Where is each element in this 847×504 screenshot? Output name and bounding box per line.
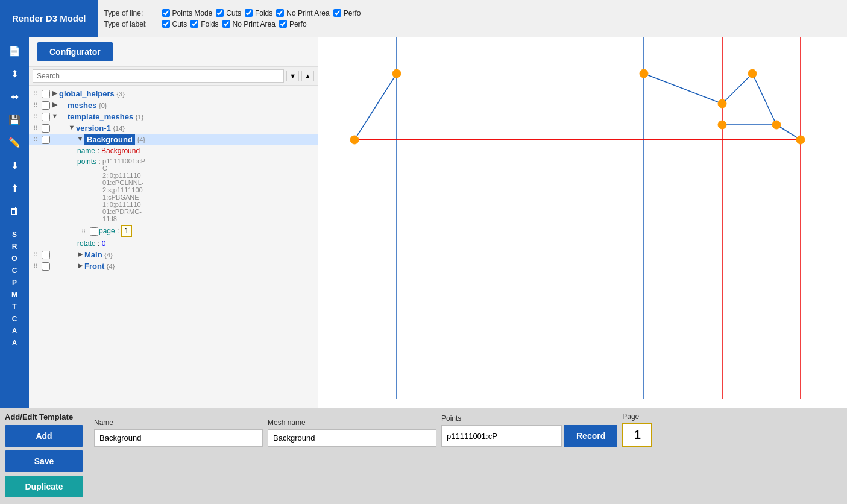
- item-checkbox[interactable]: [41, 124, 51, 133]
- type-of-label-row: Type of label: Cuts Folds No Print Area …: [104, 20, 361, 28]
- duplicate-button[interactable]: Duplicate: [5, 476, 83, 497]
- svg-point-15: [718, 99, 726, 108]
- perfo-line-label: Perfo: [344, 9, 361, 17]
- expand-icon[interactable]: ▶: [51, 101, 59, 109]
- list-item[interactable]: ⠿ ▶ Main {4}: [29, 249, 318, 260]
- perfo-line-group: Perfo: [333, 9, 361, 17]
- svg-point-14: [350, 136, 359, 144]
- expand-icon[interactable]: ▶: [76, 262, 84, 269]
- mesh-name-field-label: Mesh name: [268, 418, 436, 427]
- no-print-area-label-label: No Print Area: [233, 20, 276, 28]
- side-letter-a[interactable]: A: [11, 326, 19, 336]
- prop-value: p11111001:cPC-2:l0;p11111001:cPGLNNL-2:s…: [102, 157, 145, 222]
- cuts-label-label: Cuts: [172, 20, 187, 28]
- list-item[interactable]: ⠿ ▼ version-1 {14}: [29, 122, 318, 134]
- prop-rotate-row: rotate : 0: [29, 238, 318, 249]
- side-letters: S R O C P M T C A A: [10, 229, 19, 348]
- add-edit-panel: Add/Edit Template Add Save Duplicate: [5, 412, 89, 501]
- points-mode-checkbox[interactable]: [162, 9, 170, 17]
- download-icon[interactable]: ⬇: [4, 154, 25, 176]
- configurator-button[interactable]: Configurator: [37, 42, 113, 61]
- edit-icon[interactable]: ✏️: [4, 131, 25, 153]
- item-label: Front {4}: [84, 262, 318, 271]
- svg-point-17: [718, 121, 726, 129]
- item-checkbox[interactable]: [41, 101, 51, 110]
- prop-key: points: [77, 157, 96, 166]
- side-letter-o[interactable]: O: [10, 253, 18, 264]
- item-checkbox[interactable]: [41, 251, 51, 259]
- tree-arrow-down[interactable]: ▼: [286, 71, 299, 81]
- cuts-label-group: Cuts: [162, 20, 187, 28]
- side-letter-p[interactable]: P: [11, 277, 18, 288]
- left-icon-bar: 📄 ⬍ ⬌ 💾 ✏️ ⬇ ⬆ 🗑 S R O C P M T C A A: [0, 37, 29, 408]
- drag-handle: ⠿: [29, 250, 41, 258]
- align-horizontal-icon[interactable]: ⬌: [4, 86, 25, 107]
- name-field[interactable]: [94, 429, 263, 447]
- expand-icon[interactable]: ▼: [76, 135, 84, 142]
- svg-point-18: [772, 121, 781, 129]
- render-d3-model-button[interactable]: Render D3 Model: [0, 0, 98, 37]
- tree-search-input[interactable]: [33, 69, 284, 83]
- side-letter-t[interactable]: T: [11, 301, 17, 312]
- save-button[interactable]: Save: [5, 450, 83, 472]
- expand-icon[interactable]: ▶: [76, 250, 84, 258]
- drag-handle: ⠿: [29, 124, 41, 131]
- prop-key: name: [77, 146, 95, 155]
- prop-page-row: ⠿ page : 1: [29, 224, 318, 238]
- item-checkbox[interactable]: [89, 227, 99, 236]
- points-mode-label: Points Mode: [172, 9, 213, 17]
- list-item[interactable]: ⠿ ▼ Background {4}: [29, 134, 318, 145]
- prop-value: Background: [101, 146, 140, 155]
- folds-label-checkbox[interactable]: [190, 20, 198, 28]
- page-label: Page: [622, 412, 652, 421]
- mesh-name-field[interactable]: [268, 429, 436, 447]
- background-item-label: Background {4}: [84, 135, 318, 144]
- list-item[interactable]: ⠿ ▶ global_helpers {3}: [29, 88, 318, 99]
- expand-icon[interactable]: ▼: [68, 124, 76, 131]
- prop-name-row: name : Background: [29, 145, 318, 156]
- side-letter-c[interactable]: C: [11, 265, 19, 276]
- side-letter-c2[interactable]: C: [11, 313, 19, 324]
- item-label: Main {4}: [84, 250, 318, 259]
- folds-line-checkbox[interactable]: [245, 9, 253, 17]
- list-item[interactable]: ⠿ ▶ Front {4}: [29, 260, 318, 272]
- list-item[interactable]: ⠿ ▶ meshes {0}: [29, 99, 318, 111]
- perfo-line-checkbox[interactable]: [333, 9, 341, 17]
- item-checkbox[interactable]: [41, 90, 51, 98]
- points-field-label: Points: [441, 414, 617, 423]
- prop-colon: :: [96, 157, 102, 166]
- mesh-name-field-group: Mesh name: [268, 418, 436, 447]
- points-field[interactable]: [441, 425, 562, 447]
- trash-icon[interactable]: 🗑: [4, 200, 25, 222]
- add-button[interactable]: Add: [5, 425, 83, 447]
- new-file-icon[interactable]: 📄: [4, 40, 25, 61]
- expand-icon[interactable]: ▼: [51, 112, 59, 119]
- no-print-area-line-label: No Print Area: [286, 9, 329, 17]
- side-letter-s[interactable]: S: [11, 229, 18, 240]
- save-icon[interactable]: 💾: [4, 109, 25, 130]
- item-checkbox[interactable]: [41, 262, 51, 271]
- no-print-area-label-checkbox[interactable]: [222, 20, 230, 28]
- expand-icon[interactable]: ▶: [51, 89, 59, 97]
- align-vertical-icon[interactable]: ⬍: [4, 63, 25, 84]
- prop-points-row: points : p11111001:cPC-2:l0;p11111001:cP…: [29, 156, 318, 224]
- side-letter-r[interactable]: R: [11, 241, 19, 252]
- page-value-highlighted: 1: [121, 225, 133, 237]
- item-checkbox[interactable]: [41, 136, 51, 144]
- upload-icon[interactable]: ⬆: [4, 177, 25, 199]
- side-letter-m[interactable]: M: [10, 289, 19, 300]
- svg-line-8: [722, 74, 752, 104]
- no-print-area-line-checkbox[interactable]: [276, 9, 284, 17]
- cuts-line-checkbox[interactable]: [216, 9, 224, 17]
- prop-colon: :: [96, 239, 102, 248]
- cuts-label-checkbox[interactable]: [162, 20, 170, 28]
- side-letter-a2[interactable]: A: [11, 338, 19, 348]
- item-checkbox[interactable]: [41, 113, 51, 121]
- perfo-label-checkbox[interactable]: [279, 20, 287, 28]
- prop-key: page: [99, 227, 115, 235]
- cuts-line-group: Cuts: [216, 9, 241, 17]
- record-button[interactable]: Record: [564, 425, 617, 447]
- top-bar: Render D3 Model Type of line: Points Mod…: [0, 0, 847, 37]
- list-item[interactable]: ⠿ ▼ template_meshes {1}: [29, 111, 318, 122]
- tree-arrow-up[interactable]: ▲: [301, 71, 314, 81]
